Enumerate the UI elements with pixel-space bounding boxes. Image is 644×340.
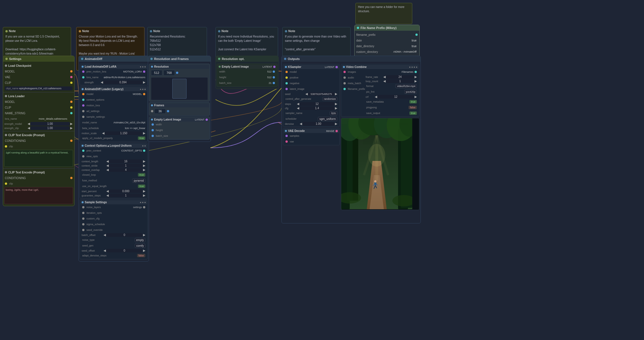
context-stride-left[interactable]: ◀ <box>106 164 109 167</box>
ks-steps-row[interactable]: steps ◀ 12 ▶ <box>284 102 339 106</box>
seed-gen-row: seed_gen comfy <box>80 243 147 248</box>
loader-model-out-label: MODEL <box>133 93 142 96</box>
video-combine-header[interactable]: Video Combine ● ● ● ● <box>342 65 419 69</box>
context-length-right[interactable]: ▶ <box>142 159 146 163</box>
ks-seed-left[interactable]: ◀ <box>305 92 308 96</box>
ks-sampler-name-label: sampler_name <box>285 112 330 115</box>
closed-loop-value[interactable]: true <box>138 173 145 177</box>
ks-sampler-name-value[interactable]: lcm <box>330 111 337 115</box>
adapt-denoise-value[interactable]: false <box>137 254 145 257</box>
strength-left-arrow-ad[interactable]: ◀ <box>100 80 103 84</box>
start-percent-right[interactable]: ▶ <box>142 189 146 193</box>
start-percent-slider[interactable]: start_percent ◀ 0.000 ▶ <box>80 189 147 193</box>
use-equal-length-value[interactable]: true <box>138 184 145 188</box>
vc-pix-fmt-value[interactable]: yuv420p <box>404 90 417 94</box>
context-overlap-right[interactable]: ▶ <box>142 168 146 172</box>
strength-right-arrow-ad[interactable]: ▶ <box>142 80 146 84</box>
vae-decode-image-port <box>336 130 338 132</box>
apply-v2-value[interactable]: true <box>138 136 145 140</box>
seed-gen-value[interactable]: comfy <box>135 244 145 248</box>
custom-directory-label: custom_directory <box>356 50 393 53</box>
opt-height-row: height 512 <box>218 74 277 80</box>
vc-crf-left[interactable]: ◀ <box>374 95 378 99</box>
noise-type-value[interactable]: empty <box>135 238 145 242</box>
vc-format-value[interactable]: video/h264-mp4 <box>395 84 417 88</box>
vc-loop-count-row[interactable]: loop_count ◀ 1 ▶ <box>365 79 419 83</box>
context-stride-right[interactable]: ▶ <box>142 164 146 167</box>
batch-size-port-row: batch_size <box>150 133 209 139</box>
ks-denoise-right[interactable]: ▶ <box>334 122 338 126</box>
lora-loader-dot <box>5 95 7 97</box>
batch-offset-left[interactable]: ◀ <box>103 233 106 237</box>
vc-pingpong-value[interactable]: false <box>409 106 417 109</box>
strength-model-left-arrow[interactable]: ◀ <box>27 122 30 126</box>
outputs-header[interactable]: Outputs <box>282 56 421 62</box>
ksampler-header[interactable]: KSampler LATENT <box>284 65 339 69</box>
load-lora-icons: ● ● ● <box>140 65 146 68</box>
settings-header[interactable]: Settings <box>3 56 74 62</box>
vc-loop-count-left[interactable]: ◀ <box>383 79 386 83</box>
load-lora-header[interactable]: Load AnimateDiff LoRA ● ● ● <box>80 65 147 69</box>
ks-cfg-right[interactable]: ▶ <box>334 106 338 110</box>
animatediff-header[interactable]: AnimateDiff <box>79 56 149 62</box>
sample-settings-header[interactable]: Sample Settings ● ● ● <box>80 200 147 204</box>
resolution-frames-header[interactable]: Resolution and Frames <box>148 56 211 62</box>
vc-frame-rate-right[interactable]: ▶ <box>414 75 417 79</box>
vc-crf-row[interactable]: crf ◀ 12 ▶ <box>365 95 419 99</box>
start-percent-left[interactable]: ◀ <box>106 189 109 193</box>
ks-scheduler-value[interactable]: sgm_uniform <box>318 117 337 121</box>
context-overlap-slider[interactable]: context_overlap ◀ 4 ▶ <box>80 168 147 172</box>
guarantee-steps-slider[interactable]: guarantee_steps ◀ 1 ▶ <box>80 193 147 198</box>
negative-prompt-text[interactable]: boring, 2girls, more that 1girl, <box>4 187 73 204</box>
vc-loop-count-right[interactable]: ▶ <box>414 79 417 83</box>
positive-prompt-text[interactable]: 1girl running along a beautiful path in … <box>4 150 73 167</box>
batch-offset-slider[interactable]: batch_offset ◀ 0 ▶ <box>80 233 147 237</box>
date-row: date true <box>355 38 419 43</box>
ks-seed-right[interactable]: ▶ <box>334 92 338 96</box>
resolution-subnode-header: Resolution <box>150 65 209 69</box>
motion-scale-left[interactable]: ◀ <box>102 131 105 135</box>
vc-crf-right[interactable]: ▶ <box>414 95 417 99</box>
strength-clip-right-arrow[interactable]: ▶ <box>70 126 73 130</box>
batch-offset-right[interactable]: ▶ <box>142 233 146 237</box>
ks-control-value[interactable]: randomize <box>322 97 337 101</box>
resolution-frames-body: Resolution 512 768 Frames <box>148 62 211 142</box>
vae-decode-header[interactable]: VAE Decode IMAGE <box>284 129 339 133</box>
guarantee-steps-left[interactable]: ◀ <box>106 194 109 197</box>
motion-scale-right[interactable]: ▶ <box>142 131 146 135</box>
ks-seed-row[interactable]: seed ◀ 538791975495275 ▶ <box>284 92 339 96</box>
strength-model-slider[interactable]: strength_model ◀ 1.00 ▶ <box>3 122 74 126</box>
guarantee-steps-right[interactable]: ▶ <box>142 194 146 197</box>
ks-denoise-left[interactable]: ◀ <box>299 122 303 126</box>
ks-scheduler-row: scheduler sgm_uniform <box>284 116 339 122</box>
loader-legacy-subnode: AnimateDiff Loader (Legacy) ● ● ● model … <box>80 86 148 142</box>
strength-slider-animatediff[interactable]: strength ◀ 0.394 ▶ <box>80 80 147 84</box>
ks-cfg-left[interactable]: ◀ <box>296 106 300 110</box>
fuse-method-value[interactable]: pyramid <box>132 179 145 183</box>
vc-frame-rate-row[interactable]: frame_rate ◀ 24 ▶ <box>365 75 419 79</box>
vc-frame-rate-left[interactable]: ◀ <box>383 75 386 79</box>
motion-scale-slider[interactable]: motion_scale ◀ 1.150 ▶ <box>80 131 147 135</box>
ks-cfg-row[interactable]: cfg ◀ 1.4 ▶ <box>284 106 339 110</box>
settings-title: Settings <box>9 57 21 61</box>
ks-steps-left[interactable]: ◀ <box>296 102 300 106</box>
strength-clip-left-arrow[interactable]: ◀ <box>27 126 30 130</box>
context-length-left[interactable]: ◀ <box>106 159 109 163</box>
ksampler-subnode: KSampler LATENT model positive neg <box>283 64 340 127</box>
seed-offset-slider[interactable]: seed_offset ◀ 0 ▶ <box>80 248 147 253</box>
context-overlap-left[interactable]: ◀ <box>106 168 109 172</box>
seed-offset-right[interactable]: ▶ <box>142 249 146 252</box>
vc-save-output-value[interactable]: true <box>409 111 417 115</box>
ks-denoise-row[interactable]: denoise ◀ 1.00 ▶ <box>284 122 339 126</box>
loader-legacy-header[interactable]: AnimateDiff Loader (Legacy) ● ● ● <box>80 87 147 91</box>
file-name-prefix-header[interactable]: File Name Prefix (Mikey) <box>355 25 419 31</box>
strength-model-right-arrow[interactable]: ▶ <box>70 122 73 126</box>
seed-offset-left[interactable]: ◀ <box>103 249 106 252</box>
ks-steps-right[interactable]: ▶ <box>334 102 338 106</box>
strength-clip-slider[interactable]: strength_clip ◀ 1.00 ▶ <box>3 126 74 130</box>
vc-save-metadata-value[interactable]: true <box>409 100 417 103</box>
context-length-slider[interactable]: context_length ◀ 16 ▶ <box>80 159 147 163</box>
resolution-opt-header[interactable]: Resolution opt. <box>216 56 278 62</box>
context-stride-slider[interactable]: context_stride ◀ 1 ▶ <box>80 163 147 168</box>
context-options-header[interactable]: Context Options▲Looped Uniform ● ● <box>80 144 147 148</box>
